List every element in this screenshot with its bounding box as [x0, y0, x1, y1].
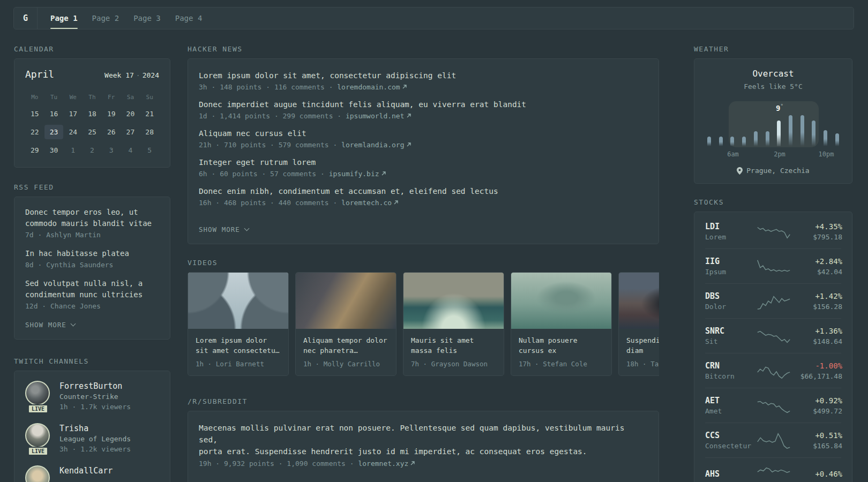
channel-name[interactable]: Trisha [59, 423, 131, 434]
stock-price: $165.84 [791, 441, 842, 451]
stock-row[interactable]: CCSConsectetur +0.51%$165.84 [705, 423, 841, 457]
hour-label: 10pm [819, 150, 834, 158]
rss-item-title[interactable]: Donec tempor eros leo, ut commodo mauris… [25, 207, 159, 229]
channel-name[interactable]: KendallCarr [59, 465, 113, 476]
weather-widget: Overcast Feels like 5°C 9° 6am 2pm 10pm … [694, 58, 852, 184]
video-title[interactable]: Mauris sit ametmassa felis [411, 335, 496, 356]
rss-item-meta: 8d · Cynthia Saunders [25, 261, 159, 269]
hn-item-meta: 1d · 1,414 points · 299 comments · ipsum… [199, 112, 648, 120]
video-meta: 1h · Lori Barnett [196, 360, 281, 368]
stock-change: +2.84% [791, 256, 842, 267]
rss-item-title[interactable]: Sed volutpat nulla nisl, a condimentum n… [25, 278, 159, 300]
stock-row[interactable]: AHS +0.46% [705, 457, 841, 482]
app-logo[interactable]: G [14, 7, 38, 29]
weather-bar [730, 137, 734, 146]
video-thumbnail[interactable] [619, 273, 659, 329]
stock-sparkline [757, 327, 791, 345]
hn-item-domain-link[interactable]: ipsumworld.net [346, 112, 405, 120]
hn-item-title[interactable]: Donec imperdiet augue tincidunt felis al… [199, 99, 648, 110]
calendar-year: 2024 [143, 71, 159, 79]
hn-item-domain-link[interactable]: loremdomain.com [337, 83, 400, 91]
weather-condition: Overcast [705, 69, 841, 79]
channel-avatar-image [25, 381, 50, 405]
stock-price: $66,171.48 [791, 371, 842, 381]
video-card[interactable]: Suspendisdiam 18h · Tara [618, 272, 659, 376]
video-title[interactable]: Suspendisdiam [626, 335, 659, 356]
twitch-channel[interactable]: LIVE ForrestBurton Counter-Strike 1h · 1… [25, 381, 159, 412]
avatar: LIVE [25, 423, 51, 454]
calendar-day: 15 [25, 107, 44, 121]
calendar-widget: April Week 17·2024 Mo Tu We Th Fr Sa Su … [14, 58, 170, 168]
stock-row[interactable]: DBSDolor +1.42%$156.28 [705, 283, 841, 318]
hn-item-title[interactable]: Donec enim nibh, condimentum et accumsan… [199, 186, 648, 197]
channel-game[interactable]: League of Legends [59, 434, 131, 444]
weather-hour-labels: 6am 2pm 10pm [705, 150, 841, 159]
hn-item: Donec imperdiet augue tincidunt felis al… [199, 99, 648, 120]
video-thumbnail[interactable] [188, 273, 288, 329]
calendar-day: 17 [63, 107, 83, 121]
rss-section-title: RSS FEED [14, 183, 170, 191]
hn-item-title[interactable]: Aliquam nec cursus elit [199, 128, 648, 139]
stock-change: +1.42% [791, 291, 842, 302]
calendar-day: 29 [25, 143, 44, 157]
rss-show-more-button[interactable]: SHOW MORE [25, 321, 75, 329]
video-title[interactable]: Nullam posuerecursus ex [519, 335, 604, 356]
stock-row[interactable]: LDILorem +4.35%$795.18 [705, 214, 841, 248]
stock-row[interactable]: SNRCSit +1.36%$148.64 [705, 318, 841, 353]
channel-avatar-image [25, 423, 50, 448]
stock-price: $148.64 [791, 336, 842, 347]
video-title[interactable]: Aliquam tempor dolornec pharetra… [303, 335, 388, 356]
rss-item: Donec tempor eros leo, ut commodo mauris… [25, 207, 159, 239]
hour-label: 2pm [774, 150, 785, 158]
calendar-day: 16 [44, 107, 64, 121]
calendar-day: 25 [83, 125, 102, 139]
tab-page-3[interactable]: Page 3 [133, 7, 161, 29]
stock-row[interactable]: AETAmet +0.92%$499.72 [705, 388, 841, 423]
videos-row: Lorem ipsum dolorsit amet consectetu… 1h… [188, 272, 659, 376]
subreddit-domain-link[interactable]: loremnet.xyz [358, 460, 408, 468]
stock-change: +0.46% [791, 469, 842, 479]
hacker-news-widget: Lorem ipsum dolor sit amet, consectetur … [188, 58, 659, 244]
hn-show-more-button[interactable]: SHOW MORE [199, 225, 249, 234]
video-card[interactable]: Aliquam tempor dolornec pharetra… 1h · M… [295, 272, 396, 376]
hn-show-more-label: SHOW MORE [199, 225, 240, 234]
video-thumbnail[interactable] [511, 273, 611, 329]
stocks-section-title: STOCKS [694, 198, 852, 206]
video-thumbnail[interactable] [403, 273, 504, 329]
video-card[interactable]: Lorem ipsum dolorsit amet consectetu… 1h… [188, 272, 289, 376]
hn-item-domain-link[interactable]: loremtech.co [341, 199, 392, 207]
subreddit-post-title[interactable]: Maecenas mollis pulvinar erat non posuer… [199, 422, 648, 457]
calendar-week-label: Week 17 [104, 71, 134, 79]
tab-page-4[interactable]: Page 4 [175, 7, 203, 29]
hn-item-domain-link[interactable]: loremlandia.org [341, 141, 404, 149]
rss-item-title[interactable]: In hac habitasse platea [25, 248, 159, 259]
video-thumbnail[interactable] [296, 273, 396, 329]
video-title[interactable]: Lorem ipsum dolorsit amet consectetu… [196, 335, 281, 356]
video-card[interactable]: Mauris sit ametmassa felis 7h · Grayson … [403, 272, 504, 376]
hn-item-domain-link[interactable]: ipsumify.biz [329, 170, 379, 178]
channel-game[interactable]: Counter-Strike [59, 391, 131, 402]
stock-price: $42.04 [791, 267, 842, 277]
stock-name: Dolor [705, 302, 757, 312]
twitch-channel[interactable]: KendallCarr [25, 465, 159, 482]
external-link-icon [393, 199, 399, 207]
external-link-icon [410, 460, 415, 468]
stock-change: -1.00% [791, 360, 842, 371]
hn-item-title[interactable]: Lorem ipsum dolor sit amet, consectetur … [199, 70, 648, 81]
channel-name[interactable]: ForrestBurton [59, 381, 131, 391]
map-pin-icon [737, 167, 743, 175]
stock-row[interactable]: CRNBitcorn -1.00%$66,171.48 [705, 353, 841, 388]
right-column: WEATHER Overcast Feels like 5°C 9° 6am 2… [694, 45, 852, 482]
stock-symbol: CRN [705, 360, 757, 371]
tab-page-2[interactable]: Page 2 [92, 7, 119, 29]
tab-page-1[interactable]: Page 1 [50, 7, 78, 29]
calendar-month[interactable]: April [25, 69, 54, 80]
video-meta: 18h · Tara [626, 360, 659, 368]
stock-name: Lorem [705, 232, 757, 242]
hn-item-title[interactable]: Integer eget rutrum lorem [199, 157, 648, 168]
stock-row[interactable]: IIGIpsum +2.84%$42.04 [705, 248, 841, 283]
twitch-channel[interactable]: LIVE Trisha League of Legends 3h · 1.2k … [25, 423, 159, 454]
weather-location[interactable]: Prague, Czechia [705, 167, 841, 175]
video-card[interactable]: Nullam posuerecursus ex 17h · Stefan Col… [511, 272, 612, 376]
left-column: CALENDAR April Week 17·2024 Mo Tu We Th … [14, 45, 170, 482]
